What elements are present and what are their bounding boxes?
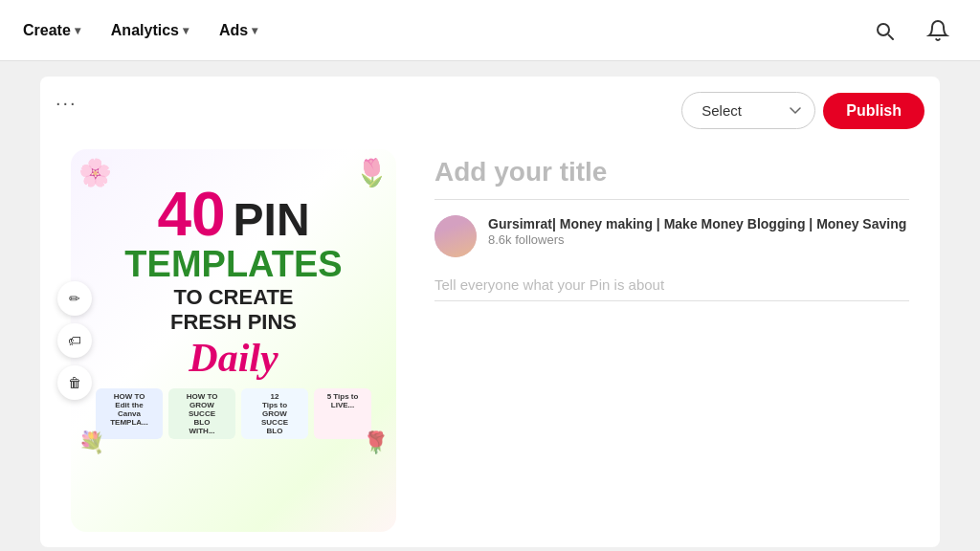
bottom-card-1: HOW TOEdit theCanvaTEMPLA... [96, 388, 163, 439]
bottom-card-3: 12Tips toGROWSUCCEBLO [241, 388, 308, 439]
flower-decoration-tr: 🌷 [355, 157, 389, 188]
pin-image-wrapper: 🌸 🌷 💐 🌹 40 PIN TEMPLATES TO CREATE FRESH… [71, 149, 396, 532]
search-button[interactable] [865, 11, 903, 50]
bell-icon [926, 19, 949, 42]
select-dropdown[interactable]: Select Save draft Schedule [681, 92, 815, 129]
create-label: Create [23, 22, 71, 39]
pin-bottom-cards: HOW TOEdit theCanvaTEMPLA... HOW TOGROWS… [96, 388, 371, 439]
content-row: 🌸 🌷 💐 🌹 40 PIN TEMPLATES TO CREATE FRESH… [56, 149, 924, 532]
pin-word5: Daily [189, 335, 278, 381]
main-content: ··· Select Save draft Schedule Publish 🌸… [40, 77, 940, 547]
pin-word3: TO CREATE [173, 285, 293, 310]
ads-label: Ads [219, 22, 248, 39]
nav-ads[interactable]: Ads ▾ [219, 22, 257, 39]
tag-button[interactable]: 🏷 [57, 323, 92, 358]
author-followers: 8.6k followers [488, 232, 906, 247]
avatar-image [434, 215, 477, 257]
create-chevron-icon: ▾ [75, 24, 80, 37]
pin-title-field[interactable]: Add your title [434, 157, 909, 200]
analytics-label: Analytics [111, 22, 179, 39]
nav-analytics[interactable]: Analytics ▾ [111, 22, 189, 39]
ads-chevron-icon: ▾ [252, 24, 257, 37]
nav-left: Create ▾ Analytics ▾ Ads ▾ [23, 22, 257, 39]
pin-word2: TEMPLATES [124, 245, 342, 285]
analytics-chevron-icon: ▾ [183, 24, 189, 37]
bottom-card-2: HOW TOGROWSUCCEBLOWITH... [168, 388, 235, 439]
pin-details: Add your title Gursimrat| Money making |… [434, 149, 909, 532]
nav-create[interactable]: Create ▾ [23, 22, 80, 39]
flower-decoration-tl: 🌸 [78, 157, 112, 188]
nav-right [865, 11, 957, 50]
flower-decoration-br: 🌹 [363, 430, 389, 455]
author-avatar [434, 215, 477, 257]
trash-icon: 🗑 [68, 375, 81, 390]
top-controls: Select Save draft Schedule Publish [681, 92, 924, 129]
publish-button[interactable]: Publish [823, 93, 924, 129]
pin-action-buttons: ✏ 🏷 🗑 [57, 281, 92, 400]
edit-button[interactable]: ✏ [57, 281, 92, 316]
top-navigation: Create ▾ Analytics ▾ Ads ▾ [0, 0, 980, 61]
more-options-button[interactable]: ··· [56, 92, 78, 114]
pin-word4: FRESH PINS [170, 310, 297, 335]
search-icon [873, 19, 896, 42]
delete-button[interactable]: 🗑 [57, 365, 92, 400]
author-row: Gursimrat| Money making | Make Money Blo… [434, 215, 909, 257]
author-info: Gursimrat| Money making | Make Money Blo… [488, 215, 906, 247]
pin-description-field[interactable]: Tell everyone what your Pin is about [434, 276, 909, 301]
author-name: Gursimrat| Money making | Make Money Blo… [488, 215, 906, 232]
tag-icon: 🏷 [68, 333, 81, 348]
flower-decoration-bl: 💐 [78, 430, 104, 455]
pin-word1: PIN [234, 197, 310, 243]
pencil-icon: ✏ [69, 291, 80, 306]
pin-number: 40 [157, 184, 225, 245]
notifications-button[interactable] [919, 11, 957, 50]
pin-image: 🌸 🌷 💐 🌹 40 PIN TEMPLATES TO CREATE FRESH… [71, 149, 396, 532]
